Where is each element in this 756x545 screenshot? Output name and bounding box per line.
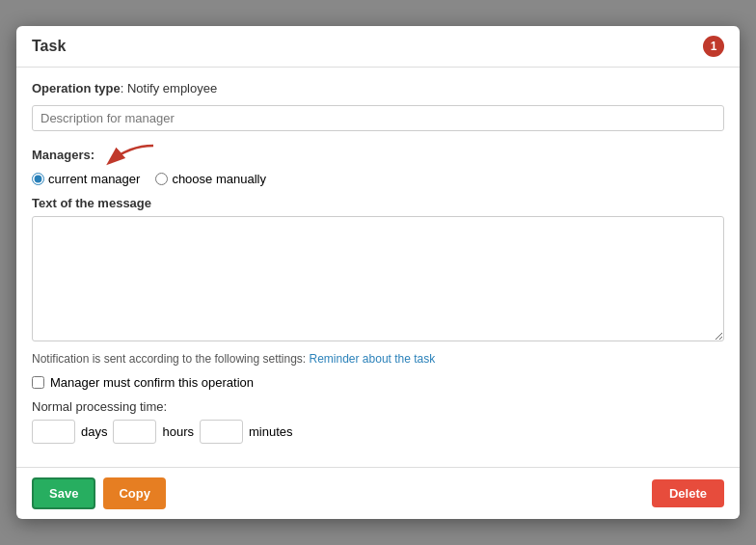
- minutes-input[interactable]: [200, 420, 243, 444]
- days-label: days: [81, 424, 107, 439]
- minutes-label: minutes: [249, 424, 293, 439]
- operation-type-row: Operation type: Notify employee: [32, 81, 724, 95]
- message-textarea[interactable]: [32, 216, 724, 341]
- processing-time-label: Normal processing time:: [32, 399, 724, 414]
- operation-type-label: Operation type: [32, 81, 121, 95]
- message-section-label: Text of the message: [32, 196, 724, 210]
- notification-prefix: Notification is sent according to the fo…: [32, 352, 306, 366]
- radio-choose-manually[interactable]: choose manually: [155, 172, 266, 186]
- modal-body: Operation type: Notify employee Managers…: [16, 68, 740, 467]
- hours-input[interactable]: [113, 420, 156, 444]
- radio-choose-manually-label: choose manually: [172, 172, 266, 186]
- processing-time-row: Normal processing time: days hours minut…: [32, 399, 724, 444]
- managers-label-row: Managers:: [32, 141, 724, 168]
- confirm-checkbox-row: Manager must confirm this operation: [32, 375, 724, 390]
- badge-count: 1: [703, 36, 724, 57]
- time-inputs: days hours minutes: [32, 420, 724, 444]
- radio-current-manager-label: current manager: [48, 172, 140, 186]
- hours-label: hours: [162, 424, 194, 439]
- save-button[interactable]: Save: [32, 477, 95, 509]
- confirm-checkbox[interactable]: [32, 376, 44, 389]
- modal-header: Task 1: [16, 26, 740, 68]
- managers-label-text: Managers:: [32, 148, 94, 162]
- notification-info: Notification is sent according to the fo…: [32, 352, 724, 366]
- radio-group-managers: current manager choose manually: [32, 172, 724, 186]
- delete-button[interactable]: Delete: [652, 479, 724, 507]
- days-input[interactable]: [32, 420, 75, 444]
- description-input[interactable]: [32, 105, 724, 131]
- footer-left-buttons: Save Copy: [32, 477, 166, 509]
- notification-link[interactable]: Reminder about the task: [310, 352, 436, 366]
- managers-row: Managers: current manager: [32, 141, 724, 186]
- copy-button[interactable]: Copy: [103, 477, 166, 509]
- confirm-checkbox-label: Manager must confirm this operation: [50, 375, 254, 390]
- radio-choose-manually-input[interactable]: [155, 173, 168, 185]
- arrow-icon: [100, 141, 158, 168]
- task-modal: Task 1 Operation type: Notify employee M…: [16, 26, 740, 519]
- radio-current-manager-input[interactable]: [32, 173, 44, 185]
- operation-type-value: Notify employee: [127, 81, 217, 95]
- modal-footer: Save Copy Delete: [16, 467, 740, 519]
- modal-title: Task: [32, 38, 66, 55]
- radio-current-manager[interactable]: current manager: [32, 172, 140, 186]
